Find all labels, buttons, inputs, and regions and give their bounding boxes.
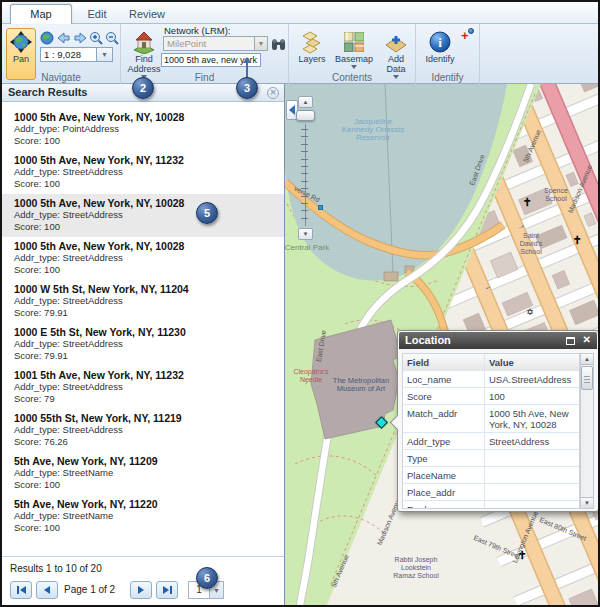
table-row: Place_addr [403,484,579,501]
info-dot-icon [468,28,474,34]
tab-map[interactable]: Map [10,4,72,24]
full-extent-icon[interactable] [40,31,54,45]
map-view[interactable]: →→→→←→→←→←→→←→ Jacqueline Kenne [285,84,598,605]
table-header-row: Field Value [403,354,579,371]
result-score: Score: 100 [14,135,272,147]
result-addr-type: Addr_type: StreetAddress [14,295,272,307]
result-address: 1000 55th St, New York, NY, 11219 [14,412,272,424]
zoom-slider-down-button[interactable]: ▼ [298,228,313,240]
tab-review[interactable]: Review [122,4,172,24]
scale-input[interactable]: 1 : 9,028 [40,47,97,62]
network-lrm-label: Network (LRM): [164,25,231,36]
field-cell: Place_addr [403,484,485,500]
result-item[interactable]: 1001 5th Ave, New York, NY, 11232 Addr_t… [2,366,284,409]
scroll-thumb[interactable] [581,366,593,390]
popup-attribute-table: Field Value Loc_name USA.StreetAddress S… [402,353,580,509]
scroll-down-icon[interactable]: ▼ [581,497,593,508]
table-row: Score 100 [403,388,579,405]
result-summary: Results 1 to 10 of 20 [10,563,102,574]
result-addr-type: Addr_type: StreetName [14,510,272,522]
network-lrm-combo[interactable]: MilePoint [163,36,255,51]
result-item[interactable]: 1000 5th Ave, New York, NY, 10028 Addr_t… [2,108,284,151]
identify-pointer-icon[interactable]: + [460,29,474,43]
result-item[interactable]: 1000 5th Ave, New York, NY, 10028 Addr_t… [2,237,284,280]
popup-maximize-icon[interactable] [566,337,575,345]
find-address-label: Find Address [127,54,161,74]
result-item[interactable]: 1000 W 5th St, New York, NY, 11204 Addr_… [2,280,284,323]
pan-globe-icon [10,30,32,54]
value-cell: 1000 5th Ave, New York, NY, 10028 [485,405,579,432]
slider-tick [301,173,308,174]
result-item[interactable]: 5th Ave, New York, NY, 11209 Addr_type: … [2,452,284,495]
zoom-slider-thumb[interactable] [296,110,315,121]
table-row: Type [403,450,579,467]
value-cell: StreetAddress [485,433,579,449]
result-score: Score: 79.91 [14,307,272,319]
ribbon-tabbar: Map Edit Review [2,2,598,24]
result-item-selected[interactable]: 1000 5th Ave, New York, NY, 10028 Addr_t… [2,194,284,237]
result-score: Score: 100 [14,479,272,491]
result-addr-type: Addr_type: StreetAddress [14,252,272,264]
scale-dropdown-button[interactable]: ▼ [97,47,113,62]
binoculars-icon[interactable] [271,37,286,55]
popup-title-text: Location [405,334,451,346]
result-address: 1000 5th Ave, New York, NY, 10028 [14,111,272,123]
slider-tick [301,203,308,204]
field-cell: Type [403,450,485,466]
field-cell: Rank [403,501,485,509]
result-addr-type: Addr_type: StreetAddress [14,424,272,436]
callout-5: 5 [196,202,218,224]
forward-extent-icon[interactable] [73,31,87,45]
zoom-out-icon[interactable] [105,31,119,45]
popup-titlebar[interactable]: Location ✕ [399,332,597,349]
slider-tick [301,159,308,160]
result-item[interactable]: 1000 55th St, New York, NY, 11219 Addr_t… [2,409,284,452]
slider-tick [301,196,308,197]
popup-scrollbar[interactable]: ▲ ▼ [580,353,594,509]
add-data-label: Add Data [378,54,414,74]
result-score: Score: 79 [14,393,272,405]
column-header-value: Value [485,354,579,370]
result-item[interactable]: 5th Ave, New York, NY, 11220 Addr_type: … [2,495,284,538]
search-results-title: Search Results [8,86,87,98]
panel-close-icon[interactable]: ✕ [267,87,279,99]
table-row: Match_addr 1000 5th Ave, New York, NY, 1… [403,405,579,433]
value-cell [485,467,579,483]
value-cell: USA.StreetAddress [485,371,579,387]
result-addr-type: Addr_type: StreetAddress [14,209,272,221]
search-results-panel: Search Results ✕ 1000 5th Ave, New York,… [2,84,285,605]
previous-page-button[interactable] [36,581,58,599]
network-lrm-dropdown-button[interactable]: ▼ [255,36,268,51]
last-page-button[interactable] [156,581,178,599]
result-score: Score: 100 [14,522,272,534]
slider-tick [301,210,308,211]
zoom-slider-up-button[interactable]: ▲ [298,96,313,108]
slider-tick [301,188,308,189]
app-window: Map Edit Review Pan [0,0,600,607]
result-item[interactable]: 1000 E 5th St, New York, NY, 11230 Addr_… [2,323,284,366]
find-address-icon [132,30,156,54]
result-score: Score: 100 [14,264,272,276]
slider-tick [301,166,308,167]
slider-tick [301,151,308,152]
zoom-in-icon[interactable] [89,31,103,45]
callout-6: 6 [196,567,218,589]
callout-3-stem [246,63,248,78]
result-addr-type: Addr_type: StreetAddress [14,338,272,350]
basemap-label: Basemap [335,54,373,64]
scroll-up-icon[interactable]: ▲ [581,354,593,365]
result-addr-type: Addr_type: StreetAddress [14,166,272,178]
field-cell: Loc_name [403,371,485,387]
result-address: 5th Ave, New York, NY, 11209 [14,455,272,467]
next-page-button[interactable] [130,581,152,599]
result-item[interactable]: 1000 5th Ave, New York, NY, 11232 Addr_t… [2,151,284,194]
location-popup: Location ✕ Field Value Loc_name USA.Stre… [397,330,598,512]
tab-edit[interactable]: Edit [74,4,120,24]
value-cell [485,450,579,466]
result-address: 1000 E 5th St, New York, NY, 11230 [14,326,272,338]
back-extent-icon[interactable] [57,31,71,45]
group-find: Find Address Network (LRM): MilePoint ▼ … [121,24,289,84]
first-page-button[interactable] [10,581,32,599]
popup-close-icon[interactable]: ✕ [583,334,591,345]
result-address: 1000 5th Ave, New York, NY, 10028 [14,197,272,209]
